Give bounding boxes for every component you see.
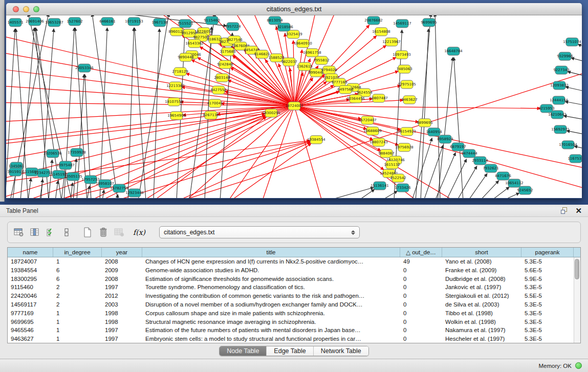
table-row[interactable]: 977716911998Corpus callosum shape and si… [8,309,574,318]
table-row[interactable]: 2242004622012Investigating the contribut… [8,292,574,300]
graph-edge[interactable] [503,193,519,198]
table-row[interactable]: 911546021997Tourette syndrome. Phenomeno… [8,283,574,292]
network-window[interactable]: citations_edges.txt 18724007183002951938… [6,3,582,199]
graph-edge[interactable] [381,191,398,198]
cell-out_degree[interactable]: 49 [400,257,442,266]
cell-short[interactable]: Nakamura et al. (1997) [442,326,521,335]
cell-pagerank[interactable]: 5.3E-5 [521,318,574,326]
graph-edge[interactable] [6,106,294,143]
cell-name[interactable]: 9115460 [8,283,53,292]
cell-pagerank[interactable]: 5.3E-5 [521,257,574,266]
table-row[interactable]: 1872400712008Changes of HCN gene express… [8,257,574,266]
cell-year[interactable]: 1997 [102,326,142,335]
delete-table-button[interactable] [112,225,126,239]
cell-pagerank[interactable]: 5.6E-5 [521,266,574,275]
cell-short[interactable]: Dudbridge et al. (2008) [442,275,521,283]
cell-name[interactable]: 18724007 [8,257,53,266]
graph-edge[interactable] [128,28,134,198]
graph-edge[interactable] [92,15,118,198]
cell-short[interactable]: Tibbo et al. (1998) [442,309,521,318]
graph-edge[interactable] [480,181,499,198]
cell-title[interactable]: Investigating the contribution of common… [142,292,400,300]
cell-name[interactable]: 9699695 [8,318,53,326]
cell-title[interactable]: Structural magnetic resonance image aver… [142,318,400,326]
cell-short[interactable]: Franke et al. (2009) [442,266,521,275]
cell-out_degree[interactable]: 0 [400,300,442,309]
cell-out_degree[interactable]: 0 [400,266,442,275]
cell-in_degree[interactable]: 1 [53,335,102,343]
cell-name[interactable]: 9465546 [8,326,53,335]
cell-name[interactable]: 14569117 [8,300,53,309]
graph-edge[interactable] [293,40,294,106]
cell-in_degree[interactable]: 2 [53,292,102,300]
cell-out_degree[interactable]: 0 [400,309,442,318]
table-row[interactable]: 1830029562008Estimation of significance … [8,275,574,283]
graph-edge[interactable] [294,106,540,108]
cell-pagerank[interactable]: 5.5E-5 [521,292,574,300]
table-row[interactable]: 1938455462009Genome-wide association stu… [8,266,574,275]
graph-edge[interactable] [468,173,487,198]
cell-name[interactable]: 9463627 [8,335,53,343]
graph-edge[interactable] [578,45,582,49]
graph-edge[interactable] [457,166,477,198]
table-selector-dropdown[interactable]: citations_edges.txt [159,226,360,238]
select-columns-button[interactable] [43,225,58,239]
column-header-title[interactable]: title [142,248,400,257]
graph-edge[interactable] [113,106,294,198]
cell-title[interactable]: Estimation of the future numbers of pati… [142,326,400,335]
cell-title[interactable]: Changes of HCN gene expression and I(f) … [142,257,400,266]
cell-in_degree[interactable]: 1 [53,309,102,318]
cell-in_degree[interactable]: 6 [53,275,102,283]
cell-in_degree[interactable]: 1 [53,257,102,266]
column-header-short[interactable]: short [442,248,521,257]
cell-pagerank[interactable]: 5.3E-5 [521,326,574,335]
cell-in_degree[interactable]: 1 [53,318,102,326]
cell-pagerank[interactable]: 5.3E-5 [521,335,574,343]
graph-edge[interactable] [138,15,169,198]
graph-edge[interactable] [191,60,294,106]
cell-in_degree[interactable]: 2 [53,283,102,292]
table-row[interactable]: 1456911722003Disruption of a novel membe… [8,300,574,309]
cell-out_degree[interactable]: 0 [400,335,442,343]
cell-short[interactable]: Jankovic et al. (1997) [442,283,521,292]
network-graph[interactable]: 1872400718300295193845548960128891295418… [6,15,582,198]
graph-edge[interactable] [6,49,294,106]
graph-edge[interactable] [435,15,440,198]
cell-title[interactable]: Disruption of a novel member of a sodium… [142,300,400,309]
table-row[interactable]: 969969511998Structural magnetic resonanc… [8,318,574,326]
cell-name[interactable]: 19384554 [8,266,53,275]
tab-edge-table[interactable]: Edge Table [267,346,313,356]
cell-year[interactable]: 2008 [102,275,142,283]
table-mode-button[interactable] [12,225,26,239]
cell-out_degree[interactable]: 0 [400,326,442,335]
table-row[interactable]: 946362711997Embryonic stem cells: a mode… [8,335,574,343]
cell-title[interactable]: Corpus callosum shape and size in male p… [142,309,400,318]
cell-title[interactable]: Embryonic stem cells: a model to study s… [142,335,400,343]
graph-edge[interactable] [328,187,374,198]
cell-name[interactable]: 22420046 [8,292,53,300]
graph-edge[interactable] [358,189,375,198]
column-header-name[interactable]: name [8,248,53,257]
delete-column-button[interactable] [96,225,111,239]
cell-in_degree[interactable]: 1 [53,326,102,335]
cell-year[interactable]: 1997 [102,335,142,343]
table-row[interactable]: 946554611997Estimation of the future num… [8,326,574,335]
cell-year[interactable]: 2009 [102,266,142,275]
cell-title[interactable]: Genome-wide association studies in ADHD. [142,266,400,275]
memory-status-icon[interactable] [575,362,582,369]
cell-name[interactable]: 18300295 [8,275,53,283]
graph-edge[interactable] [416,15,431,198]
cell-pagerank[interactable]: 5.3E-5 [521,283,574,292]
tab-node-table[interactable]: Node Table [220,346,267,356]
cell-year[interactable]: 2012 [102,292,142,300]
graph-edge[interactable] [28,178,31,198]
graph-edge[interactable] [87,186,90,198]
row-height-button[interactable] [59,225,74,239]
cell-short[interactable]: Yano et al. (2008) [442,257,521,266]
cell-title[interactable]: Tourette syndrome. Phenomenology and cla… [142,283,400,292]
graph-edge[interactable] [454,57,463,198]
cell-pagerank[interactable]: 5.3E-5 [521,300,574,309]
cell-year[interactable]: 2008 [102,257,142,266]
cell-year[interactable]: 1998 [102,318,142,326]
cell-pagerank[interactable]: 5.3E-5 [521,309,574,318]
